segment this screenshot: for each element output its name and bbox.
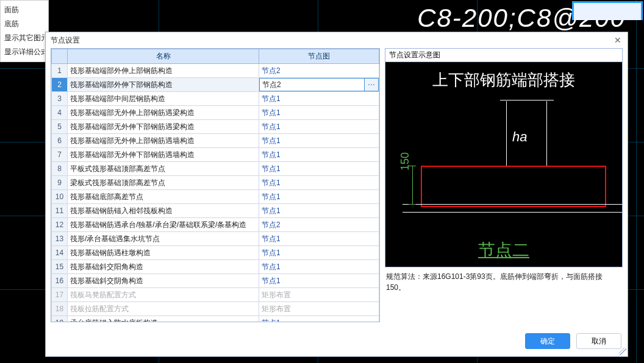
- row-node[interactable]: 节点1: [259, 134, 379, 148]
- row-node[interactable]: 节点1: [259, 246, 379, 260]
- resize-grip-icon[interactable]: [619, 348, 626, 355]
- row-name[interactable]: 梁板式筏形基础顶部高差节点: [68, 176, 259, 190]
- row-node[interactable]: 节点2: [259, 218, 379, 232]
- row-name[interactable]: 筏形基础端部无外伸上部钢筋遇墙构造: [68, 134, 259, 148]
- cancel-button[interactable]: 取消: [576, 333, 621, 349]
- figure-dim-line: [409, 204, 416, 205]
- row-name[interactable]: 平板式筏形基础顶部高差节点: [68, 162, 259, 176]
- row-node[interactable]: 节点1: [259, 120, 379, 134]
- row-number: 5: [52, 120, 68, 134]
- row-name[interactable]: 承台底筋锚入防水底板构造: [68, 316, 259, 323]
- dialog-titlebar[interactable]: 节点设置 ✕: [46, 32, 628, 48]
- table-row[interactable]: 12筏形基础钢筋遇承台/独基/承台梁/基础联系梁/条基构造节点2: [52, 218, 379, 232]
- figure-line: [402, 204, 622, 205]
- figure-rebar-rect: [421, 166, 606, 207]
- row-name[interactable]: 筏形基础钢筋遇柱墩构造: [68, 246, 259, 260]
- row-name[interactable]: 筏形基础斜交阳角构造: [68, 260, 259, 274]
- menu-item[interactable]: 显示其它图元: [4, 31, 45, 45]
- table-row[interactable]: 4筏形基础端部无外伸上部钢筋遇梁构造节点1: [52, 106, 379, 120]
- row-number: 19: [52, 316, 68, 323]
- row-number: 3: [52, 92, 68, 106]
- row-number: 14: [52, 246, 68, 260]
- row-node[interactable]: 节点1: [259, 92, 379, 106]
- row-name[interactable]: 筏形基础底部高差节点: [68, 190, 259, 204]
- table-row[interactable]: 11筏形基础钢筋锚入相邻筏板构造节点1: [52, 204, 379, 218]
- row-name[interactable]: 筏形基础端部无外伸下部钢筋遇墙构造: [68, 148, 259, 162]
- table-row[interactable]: 13筏形/承台基础遇集水坑节点节点1: [52, 232, 379, 246]
- row-name[interactable]: 筏形基础端部无外伸上部钢筋遇梁构造: [68, 106, 259, 120]
- row-name[interactable]: 筏板拉筋配置方式: [68, 302, 259, 316]
- row-number: 1: [52, 64, 68, 78]
- row-name[interactable]: 筏板马凳筋配置方式: [68, 288, 259, 302]
- node-settings-dialog: 节点设置 ✕ 名称 节点图 1筏形基础端部外伸上部钢筋构造节点22筏形基础端部外…: [45, 32, 628, 357]
- table-row[interactable]: 2筏形基础端部外伸下部钢筋构造⋯: [52, 78, 379, 92]
- node-table-container[interactable]: 名称 节点图 1筏形基础端部外伸上部钢筋构造节点22筏形基础端部外伸下部钢筋构造…: [51, 48, 380, 322]
- preview-panel: 节点设置示意图 上下部钢筋端部搭接 ha 150 节点二: [385, 48, 623, 267]
- table-row[interactable]: 1筏形基础端部外伸上部钢筋构造节点2: [52, 64, 379, 78]
- table-row[interactable]: 7筏形基础端部无外伸下部钢筋遇墙构造节点1: [52, 148, 379, 162]
- row-name[interactable]: 筏形基础端部无外伸下部钢筋遇梁构造: [68, 120, 259, 134]
- row-number: 12: [52, 218, 68, 232]
- row-node[interactable]: ⋯: [259, 78, 379, 92]
- row-number: 7: [52, 148, 68, 162]
- row-name[interactable]: 筏形基础端部外伸上部钢筋构造: [68, 64, 259, 78]
- row-node[interactable]: 节点1: [259, 316, 379, 323]
- row-number: 4: [52, 106, 68, 120]
- preview-title: 节点设置示意图: [385, 49, 622, 62]
- node-edit-input[interactable]: [259, 78, 365, 91]
- row-number: 18: [52, 302, 68, 316]
- row-number: 16: [52, 274, 68, 288]
- row-node[interactable]: 节点1: [259, 190, 379, 204]
- table-row[interactable]: 5筏形基础端部无外伸下部钢筋遇梁构造节点1: [52, 120, 379, 134]
- row-node[interactable]: 节点1: [259, 232, 379, 246]
- table-row[interactable]: 10筏形基础底部高差节点节点1: [52, 190, 379, 204]
- row-name[interactable]: 筏形/承台基础遇集水坑节点: [68, 232, 259, 246]
- col-header-node[interactable]: 节点图: [259, 49, 379, 64]
- row-name[interactable]: 筏形基础端部外伸下部钢筋构造: [68, 78, 259, 92]
- row-number: 11: [52, 204, 68, 218]
- table-row[interactable]: 19承台底筋锚入防水底板构造节点1: [52, 316, 379, 323]
- table-row[interactable]: 9梁板式筏形基础顶部高差节点节点1: [52, 176, 379, 190]
- row-name[interactable]: 筏形基础钢筋遇承台/独基/承台梁/基础联系梁/条基构造: [68, 218, 259, 232]
- row-node[interactable]: 节点1: [259, 204, 379, 218]
- table-row[interactable]: 16筏形基础斜交阴角构造节点1: [52, 274, 379, 288]
- menu-item[interactable]: 底筋: [4, 17, 45, 31]
- row-number: 17: [52, 288, 68, 302]
- row-node[interactable]: 节点1: [259, 162, 379, 176]
- row-name[interactable]: 筏形基础端部中间层钢筋构造: [68, 92, 259, 106]
- col-header-num[interactable]: [52, 49, 68, 64]
- table-row[interactable]: 6筏形基础端部无外伸上部钢筋遇墙构造节点1: [52, 134, 379, 148]
- menu-item[interactable]: 面筋: [4, 3, 45, 17]
- row-node[interactable]: 节点1: [259, 148, 379, 162]
- row-name[interactable]: 筏形基础斜交阴角构造: [68, 274, 259, 288]
- table-row[interactable]: 14筏形基础钢筋遇柱墩构造节点1: [52, 246, 379, 260]
- row-node[interactable]: 节点2: [259, 64, 379, 78]
- figure-dim-line: [412, 166, 413, 205]
- row-name[interactable]: 筏形基础钢筋锚入相邻筏板构造: [68, 204, 259, 218]
- dialog-footer: 确定 取消: [46, 327, 628, 356]
- figure-top-label: 上下部钢筋端部搭接: [385, 69, 622, 91]
- menu-item[interactable]: 显示详细公式: [4, 45, 45, 59]
- row-node[interactable]: 节点1: [259, 274, 379, 288]
- table-row[interactable]: 8平板式筏形基础顶部高差节点节点1: [52, 162, 379, 176]
- figure-bottom-label: 节点二: [385, 239, 622, 262]
- close-icon[interactable]: ✕: [613, 35, 623, 45]
- row-number: 6: [52, 134, 68, 148]
- table-row[interactable]: 18筏板拉筋配置方式矩形布置: [52, 302, 379, 316]
- table-row[interactable]: 15筏形基础斜交阳角构造节点1: [52, 260, 379, 274]
- ellipsis-icon[interactable]: ⋯: [365, 78, 379, 91]
- ok-button[interactable]: 确定: [525, 333, 570, 349]
- table-row[interactable]: 17筏板马凳筋配置方式矩形布置: [52, 288, 379, 302]
- table-row[interactable]: 3筏形基础端部中间层钢筋构造节点1: [52, 92, 379, 106]
- row-number: 8: [52, 162, 68, 176]
- row-node[interactable]: 节点1: [259, 260, 379, 274]
- figure-line: [506, 101, 507, 166]
- row-number: 15: [52, 260, 68, 274]
- col-header-name[interactable]: 名称: [68, 49, 259, 64]
- row-node[interactable]: 矩形布置: [259, 288, 379, 302]
- row-node[interactable]: 节点1: [259, 106, 379, 120]
- preview-note: 规范算法：来源16G101-3第93页。底筋伸到端部弯折，与面筋搭接150。: [385, 267, 623, 293]
- row-node[interactable]: 矩形布置: [259, 302, 379, 316]
- row-node[interactable]: 节点1: [259, 176, 379, 190]
- dialog-title: 节点设置: [51, 35, 80, 46]
